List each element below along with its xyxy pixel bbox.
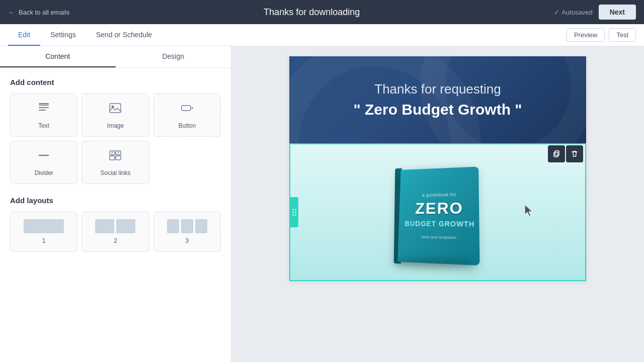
svg-rect-2 <box>39 110 46 111</box>
back-to-emails[interactable]: ← Back to all emails <box>8 9 69 16</box>
add-layouts-title: Add layouts <box>10 196 221 205</box>
svg-text:#: # <box>111 151 113 154</box>
block-divider[interactable]: Divider <box>10 141 77 184</box>
dot <box>292 209 294 211</box>
layout-col <box>195 219 207 233</box>
button-icon <box>180 101 194 118</box>
add-content-title: Add content <box>10 78 221 86</box>
email-canvas: Thanks for requesting " Zero Budget Grow… <box>289 56 586 281</box>
sidebar-tabs: Content Design <box>0 46 231 68</box>
hero-title: Thanks for requesting <box>309 81 566 97</box>
layout-col <box>167 219 179 233</box>
content-blocks-grid: Text Image <box>10 94 221 184</box>
book-visual: a guidebook for ZERO BUDGET GROWTH tools… <box>382 157 493 267</box>
dot <box>295 209 296 211</box>
layout-3col-label: 3 <box>185 237 189 244</box>
svg-rect-3 <box>39 103 49 104</box>
layout-3col-preview <box>167 219 207 233</box>
block-image[interactable]: Image <box>82 94 149 137</box>
test-button[interactable]: Test <box>609 28 636 42</box>
layout-1col[interactable]: 1 <box>10 212 77 252</box>
tab-settings[interactable]: Settings <box>40 25 86 46</box>
svg-rect-1 <box>39 107 49 108</box>
block-divider-label: Divider <box>34 169 53 176</box>
text-icon <box>37 101 51 118</box>
image-section: a guidebook for ZERO BUDGET GROWTH tools… <box>290 144 585 280</box>
layout-2col-preview <box>95 219 135 233</box>
sidebar: Content Design Add content Text <box>0 46 231 362</box>
image-section-wrapper[interactable]: a guidebook for ZERO BUDGET GROWTH tools… <box>289 143 586 281</box>
block-social-links[interactable]: # # Social links <box>82 141 149 184</box>
nav-right-actions: ✓ Autosaved Next <box>554 5 636 20</box>
layout-3col[interactable]: 3 <box>153 212 221 252</box>
block-text-label: Text <box>38 122 49 129</box>
social-links-icon: # # <box>108 148 122 165</box>
cursor-indicator <box>523 204 535 221</box>
sidebar-content: Add content Text <box>0 68 231 262</box>
hero-subtitle: " Zero Budget Growth " <box>309 101 566 118</box>
layout-1col-label: 1 <box>42 237 46 244</box>
back-label: Back to all emails <box>19 9 69 16</box>
block-social-links-label: Social links <box>100 169 130 176</box>
next-button[interactable]: Next <box>599 5 636 20</box>
autosaved-label: Autosaved <box>561 9 592 16</box>
layout-1col-preview <box>24 219 64 233</box>
chevron-left-icon: ← <box>8 9 15 16</box>
svg-rect-10 <box>110 156 115 160</box>
duplicate-button[interactable] <box>548 145 565 162</box>
book-tools: tools and templates <box>421 235 456 240</box>
tab-actions: Preview Test <box>567 28 636 42</box>
image-icon <box>108 101 122 118</box>
book-shadow <box>392 257 473 267</box>
book-text-overlay: a guidebook for ZERO BUDGET GROWTH tools… <box>401 169 477 265</box>
drag-dots <box>292 209 296 216</box>
block-image-label: Image <box>107 122 124 129</box>
svg-rect-4 <box>110 104 121 113</box>
layout-2col[interactable]: 2 <box>82 212 149 252</box>
svg-rect-6 <box>182 106 191 111</box>
svg-rect-14 <box>554 152 558 157</box>
sidebar-tab-design[interactable]: Design <box>116 46 231 67</box>
delete-button[interactable] <box>566 145 583 162</box>
book-budget: BUDGET GROWTH <box>405 220 474 228</box>
preview-button[interactable]: Preview <box>567 28 605 42</box>
tabs: Edit Settings Send or Schedule <box>8 25 162 45</box>
tab-bar: Edit Settings Send or Schedule Preview T… <box>0 24 644 46</box>
dot <box>295 212 296 213</box>
layout-col <box>95 219 114 233</box>
dot <box>292 212 294 213</box>
layout-2col-label: 2 <box>114 237 117 244</box>
section-toolbar <box>546 143 585 164</box>
layout-col <box>116 219 135 233</box>
layouts-grid: 1 2 3 <box>10 212 221 252</box>
canvas-area: Thanks for requesting " Zero Budget Grow… <box>231 46 644 362</box>
drag-handle[interactable] <box>290 197 298 227</box>
email-title: Thanks for downloading <box>264 7 360 18</box>
svg-rect-11 <box>116 156 121 160</box>
layout-col <box>24 219 64 233</box>
svg-text:#: # <box>117 151 119 154</box>
top-nav: ← Back to all emails Thanks for download… <box>0 0 644 24</box>
dot <box>292 214 294 216</box>
block-button[interactable]: Button <box>153 94 221 137</box>
book-guidebook: a guidebook for <box>422 192 456 198</box>
sidebar-tab-content[interactable]: Content <box>0 46 116 67</box>
svg-rect-0 <box>39 105 49 106</box>
check-icon: ✓ <box>554 9 559 16</box>
block-text[interactable]: Text <box>10 94 77 137</box>
main-layout: Content Design Add content Text <box>0 46 644 362</box>
divider-icon <box>37 148 51 165</box>
dot <box>295 214 296 216</box>
layout-col <box>181 219 193 233</box>
block-button-label: Button <box>178 122 196 129</box>
hero-section: Thanks for requesting " Zero Budget Grow… <box>289 56 586 143</box>
autosaved-status: ✓ Autosaved <box>554 9 592 16</box>
book-zero: ZERO <box>415 199 463 218</box>
svg-rect-15 <box>555 151 559 155</box>
tab-send-or-schedule[interactable]: Send or Schedule <box>86 25 162 46</box>
tab-edit[interactable]: Edit <box>8 25 40 46</box>
